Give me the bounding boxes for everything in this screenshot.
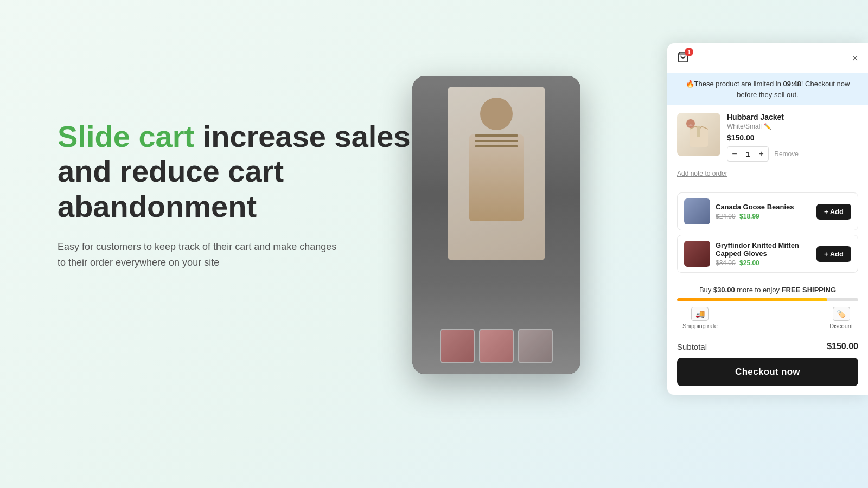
discount-icon: 🏷️ <box>833 307 850 321</box>
tablet-figure <box>448 87 545 260</box>
upsell-name-1: Gryffindor Knitted Mitten Capped Gloves <box>716 241 811 258</box>
urgency-text-before: These product are limited in <box>694 80 783 88</box>
item-variant-0: White/Small ✏️ <box>727 123 858 130</box>
upsell-info-1: Gryffindor Knitted Mitten Capped Gloves … <box>716 241 811 267</box>
thumbnail-3 <box>518 329 553 363</box>
figure-detail-2 <box>475 140 518 142</box>
figure-head <box>480 98 513 130</box>
upsell-new-price-1: $25.00 <box>739 259 760 267</box>
tablet-mockup <box>412 76 580 374</box>
qty-increase-button[interactable]: + <box>754 147 768 161</box>
urgency-emoji: 🔥 <box>686 80 694 88</box>
thumb-inner-1 <box>441 330 474 362</box>
upsell-image-gloves <box>684 241 710 267</box>
thumb-inner-2 <box>480 330 513 362</box>
upsell-add-button-1[interactable]: + Add <box>816 246 851 262</box>
upsell-section: Canada Goose Beanies $24.00 $18.99 + Add… <box>667 192 868 273</box>
free-shipping-label: FREE SHIPPING <box>782 286 836 294</box>
qty-decrease-button[interactable]: − <box>727 147 742 161</box>
upsell-new-price-0: $18.99 <box>739 213 760 220</box>
progress-fill <box>677 298 827 301</box>
cart-header-left: 1 <box>677 51 689 65</box>
item-image-jacket <box>677 113 720 156</box>
subtotal-amount: $150.00 <box>827 342 858 351</box>
upsell-old-price-0: $24.00 <box>716 213 736 220</box>
close-button[interactable]: × <box>852 53 858 63</box>
upsell-old-price-1: $34.00 <box>716 259 736 267</box>
item-info-0: Hubbard Jacket White/Small ✏️ $150.00 − … <box>727 113 858 162</box>
shipping-section: Buy $30.00 more to enjoy FREE SHIPPING 🚚… <box>667 277 868 335</box>
cart-icon <box>677 55 689 65</box>
shipping-progress-bar <box>677 298 858 301</box>
item-qty-row-0: − 1 + Remove <box>727 146 858 162</box>
edit-variant-icon[interactable]: ✏️ <box>764 123 771 130</box>
thumbnail-1 <box>440 329 475 363</box>
qty-value: 1 <box>742 150 754 158</box>
upsell-item-0: Canada Goose Beanies $24.00 $18.99 + Add <box>677 192 858 230</box>
add-note-link[interactable]: Add note to order <box>677 170 727 177</box>
shipping-divider <box>722 318 825 318</box>
tablet-screen <box>412 76 580 374</box>
cart-items-section: Hubbard Jacket White/Small ✏️ $150.00 − … <box>667 105 868 192</box>
figure-detail-3 <box>475 145 518 147</box>
upsell-image-beanies <box>684 198 710 224</box>
upsell-prices-1: $34.00 $25.00 <box>716 259 811 267</box>
cart-header: 1 × <box>667 43 868 73</box>
subtotal-label: Subtotal <box>677 342 707 351</box>
remove-item-button[interactable]: Remove <box>774 150 799 158</box>
tablet-thumbnails <box>440 329 553 363</box>
shipping-text-before: Buy <box>699 286 713 294</box>
headline-green: Slide cart <box>58 119 194 153</box>
upsell-info-0: Canada Goose Beanies $24.00 $18.99 <box>716 203 811 220</box>
cart-panel: 1 × 🔥These product are limited in 09:48!… <box>667 43 868 395</box>
checkout-button[interactable]: Checkout now <box>677 358 858 386</box>
discount-item: 🏷️ Discount <box>829 307 853 329</box>
figure-body <box>469 134 524 221</box>
shipping-rate-item: 🚚 Shipping rate <box>682 307 718 329</box>
subtotal-row: Subtotal $150.00 <box>677 342 858 351</box>
upsell-prices-0: $24.00 $18.99 <box>716 213 811 220</box>
item-name-0: Hubbard Jacket <box>727 113 858 121</box>
hero-section: Slide cart increase sales and reduce car… <box>58 119 426 271</box>
shipping-icons-row: 🚚 Shipping rate 🏷️ Discount <box>677 307 858 329</box>
shipping-rate-label: Shipping rate <box>682 323 718 329</box>
hero-subtext: Easy for customers to keep track of thei… <box>58 239 340 271</box>
upsell-item-1: Gryffindor Knitted Mitten Capped Gloves … <box>677 235 858 273</box>
upsell-name-0: Canada Goose Beanies <box>716 203 811 211</box>
quantity-control-0: − 1 + <box>727 146 769 162</box>
hero-headline: Slide cart increase sales and reduce car… <box>58 119 426 224</box>
svg-rect-2 <box>697 126 700 137</box>
svg-point-3 <box>686 119 695 128</box>
cart-badge: 1 <box>685 48 693 56</box>
shipping-text: Buy $30.00 more to enjoy FREE SHIPPING <box>677 286 858 294</box>
shipping-text-after: more to enjoy <box>735 286 782 294</box>
shipping-rate-icon: 🚚 <box>691 307 709 321</box>
urgency-timer: 09:48 <box>783 80 801 88</box>
cart-footer: Subtotal $150.00 Checkout now <box>667 335 868 395</box>
thumb-inner-3 <box>519 330 552 362</box>
discount-label: Discount <box>829 323 853 329</box>
item-price-0: $150.00 <box>727 133 858 142</box>
figure-detail-1 <box>475 134 518 137</box>
cart-icon-wrap: 1 <box>677 51 689 65</box>
urgency-banner: 🔥These product are limited in 09:48! Che… <box>667 73 868 105</box>
upsell-add-button-0[interactable]: + Add <box>816 204 851 220</box>
shipping-amount: $30.00 <box>713 286 735 294</box>
cart-item-0: Hubbard Jacket White/Small ✏️ $150.00 − … <box>677 113 858 162</box>
thumbnail-2 <box>479 329 514 363</box>
